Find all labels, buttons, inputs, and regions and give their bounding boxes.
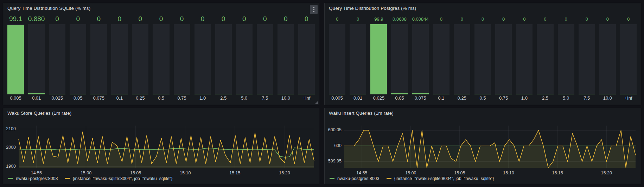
- histogram-bar-fill: [132, 94, 148, 94]
- histogram-bucket-label: 0.25: [458, 94, 466, 102]
- panel-header: Query Time Distribution Postgres (% ms): [325, 3, 641, 14]
- histogram-bar: [298, 24, 315, 94]
- histogram-value: 0: [606, 14, 609, 24]
- histogram-bar-fill: [433, 94, 449, 94]
- histogram-value: 0: [461, 14, 463, 24]
- histogram-bar-fill: [49, 94, 65, 94]
- panel-title[interactable]: Query Time Distribution Postgres (% ms): [329, 6, 416, 11]
- histogram-value: 0: [76, 14, 80, 24]
- panel-menu-button[interactable]: [310, 5, 318, 14]
- histogram-bucket-label: 0.005: [10, 94, 21, 102]
- histogram-bar-fill: [236, 94, 253, 94]
- histogram-bar-fill: [454, 94, 470, 94]
- time-series-plot-store[interactable]: 21002000190014:5515:0015:0515:1015:1515:…: [3, 108, 319, 184]
- histogram-bar-fill: [90, 94, 107, 94]
- histogram-column: 0+Inf: [620, 14, 637, 102]
- histogram-bar: [454, 24, 470, 94]
- panel-resize-handle[interactable]: [315, 101, 318, 104]
- histogram-column: 00.25: [132, 14, 148, 102]
- panel-waku-store-queries: Waku Store Queries (1m rate) 21002000190…: [3, 108, 319, 184]
- histogram-bar: [278, 24, 294, 94]
- histogram-bar: [329, 24, 345, 94]
- histogram-bucket-label: 5.0: [563, 94, 569, 102]
- histogram-bucket-label: 10.0: [603, 94, 612, 102]
- legend-item[interactable]: nwaku-postgres:8003: [330, 176, 380, 181]
- legend-series-dash-icon: [330, 178, 334, 179]
- y-axis-label: 600.05: [325, 127, 342, 132]
- histogram-column: 02.5: [215, 14, 232, 102]
- time-series-plot-insert[interactable]: 600.05600599.9514:5515:0015:0515:1015:15…: [325, 108, 641, 184]
- histogram-bucket-label: 0.05: [74, 94, 82, 102]
- histogram-bar-fill: [257, 94, 273, 94]
- x-axis-label: 15:10: [498, 171, 519, 175]
- x-axis-label: 15:00: [76, 171, 97, 175]
- y-axis-label: 2000: [3, 145, 16, 150]
- panel-header: Waku Store Queries (1m rate): [3, 108, 319, 119]
- histogram-value: 99.1: [9, 14, 22, 24]
- histogram-bar: [70, 24, 86, 94]
- histogram-column: 00.25: [454, 14, 470, 102]
- panel-query-time-sqlite: Query Time Distribution SQLite (% ms) 99…: [3, 3, 319, 105]
- histogram-column: 00.75: [174, 14, 190, 102]
- histogram-bar-fill: [370, 24, 387, 94]
- histogram-bar: [495, 24, 512, 94]
- histogram-value: 0: [55, 14, 59, 24]
- histogram-column: 0.06080.05: [391, 14, 408, 102]
- histogram-bucket-label: 1.0: [199, 94, 206, 102]
- histogram-bucket-label: +Inf: [625, 94, 632, 102]
- histogram-value: 0: [336, 14, 338, 24]
- histogram-bar-fill: [28, 93, 45, 94]
- histogram-column: 00.025: [49, 14, 65, 102]
- histogram-value: 0.880: [28, 14, 45, 24]
- histogram-column: 99.90.025: [370, 14, 387, 102]
- bar-gauge-sqlite: 99.10.0050.8800.0100.02500.0500.07500.10…: [7, 14, 315, 102]
- legend-item[interactable]: {instance="nwaku-sqlite:8004", job="nwak…: [65, 176, 173, 181]
- histogram-bar: [537, 24, 553, 94]
- histogram-bucket-label: +Inf: [302, 94, 310, 102]
- legend-item[interactable]: nwaku-postgres:8003: [8, 176, 58, 181]
- x-axis-label: 14:55: [351, 171, 372, 175]
- y-axis-label: 600: [325, 143, 342, 148]
- histogram-bar: [49, 24, 65, 94]
- legend-item[interactable]: {instance="nwaku-sqlite:8004", job="nwak…: [387, 176, 494, 181]
- x-axis-label: 15:05: [125, 171, 146, 175]
- histogram-bar-fill: [174, 94, 190, 94]
- histogram-bar-fill: [620, 94, 637, 94]
- histogram-bar-fill: [298, 94, 315, 94]
- histogram-bar-fill: [391, 93, 408, 94]
- histogram-value: 0: [242, 14, 246, 24]
- chart-legend: nwaku-postgres:8003{instance="nwaku-sqli…: [330, 176, 494, 181]
- panel-title[interactable]: Waku Insert Queries (1m rate): [329, 111, 394, 116]
- panel-header: Waku Insert Queries (1m rate): [325, 108, 641, 119]
- histogram-bar: [433, 24, 449, 94]
- histogram-bucket-label: 0.005: [331, 94, 343, 102]
- histogram-bucket-label: 0.05: [395, 94, 404, 102]
- histogram-value: 0: [440, 14, 442, 24]
- histogram-bar: [474, 24, 491, 94]
- histogram-bar: [7, 24, 24, 94]
- histogram-bar: [620, 24, 637, 94]
- histogram-bucket-label: 0.25: [136, 94, 145, 102]
- histogram-bar: [215, 24, 232, 94]
- histogram-bar: [90, 24, 107, 94]
- histogram-value: 0: [159, 14, 163, 24]
- legend-series-label: {instance="nwaku-sqlite:8004", job="nwak…: [394, 176, 494, 181]
- histogram-bar-fill: [7, 25, 24, 94]
- histogram-value: 0: [222, 14, 225, 24]
- histogram-bar-fill: [278, 94, 294, 94]
- histogram-value: 0: [523, 14, 525, 24]
- panel-title[interactable]: Waku Store Queries (1m rate): [7, 111, 71, 116]
- histogram-bar: [350, 24, 366, 94]
- histogram-bar-fill: [579, 94, 595, 94]
- histogram-value: 0: [139, 14, 142, 24]
- histogram-bucket-label: 0.75: [177, 94, 186, 102]
- histogram-bucket-label: 10.0: [281, 94, 290, 102]
- histogram-bar: [370, 24, 387, 94]
- panel-title[interactable]: Query Time Distribution SQLite (% ms): [7, 6, 90, 11]
- histogram-bucket-label: 0.01: [32, 94, 41, 102]
- grafana-dashboard: Query Time Distribution SQLite (% ms) 99…: [0, 0, 644, 187]
- legend-series-label: {instance="nwaku-sqlite:8004", job="nwak…: [73, 176, 173, 181]
- histogram-bar: [174, 24, 190, 94]
- histogram-value: 0: [201, 14, 205, 24]
- histogram-value: 0: [97, 14, 101, 24]
